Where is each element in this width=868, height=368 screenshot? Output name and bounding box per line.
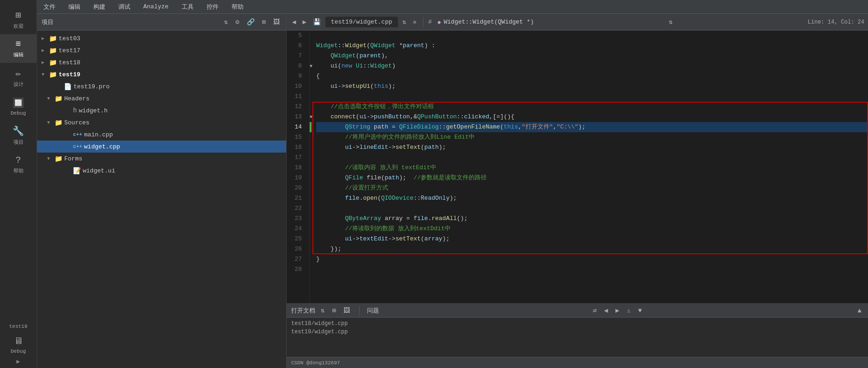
tree-item-widgetui[interactable]: ▶ 📝 widget.ui	[37, 165, 286, 177]
main-area: 文件 编辑 构建 调试 Analyze 工具 控件 帮助 项目 ⇅ ⚙ 🔗 ⊞ …	[37, 0, 868, 368]
tree-item-test03[interactable]: ▶ 📁 test03	[37, 32, 286, 44]
folder-icon-test17: 📁	[49, 47, 57, 55]
sep1	[423, 18, 423, 27]
bottom-filter-btn[interactable]: ▼	[636, 306, 643, 315]
line-number-12: 12	[287, 102, 306, 112]
nav-forward-btn[interactable]: ▶	[300, 17, 308, 27]
status-project-label: test19	[7, 322, 30, 331]
tree-item-sources[interactable]: ▼ 📁 Sources	[37, 117, 286, 129]
tree-label-maincpp: main.cpp	[84, 131, 113, 138]
line-number-10: 10	[287, 81, 306, 92]
bottom-warning-btn[interactable]: ⚠	[625, 306, 632, 315]
tree-item-test18[interactable]: ▶ 📁 test18	[37, 56, 286, 68]
tree-item-widgetcpp[interactable]: ▶ c++ widget.cpp	[37, 141, 286, 153]
grid-icon: ⊞	[15, 9, 21, 21]
tree-label-widgetcpp: widget.cpp	[84, 143, 120, 150]
folder-icon-headers: 📁	[55, 95, 62, 103]
sidebar-item-welcome[interactable]: ⊞ 欢迎	[0, 5, 37, 34]
tree-item-test17[interactable]: ▶ 📁 test17	[37, 44, 286, 56]
tree-item-maincpp[interactable]: ▶ c++ main.cpp	[37, 129, 286, 141]
tree-item-test19pro[interactable]: ▶ 📄 test19.pro	[37, 80, 286, 92]
design-icon: ✏	[15, 67, 21, 79]
close-btn[interactable]: ✕	[411, 17, 418, 27]
breadcrumb-dropdown[interactable]: ⇅	[667, 17, 674, 27]
help-icon: ?	[15, 155, 21, 166]
project-tree: ▶ 📁 test03 ▶ 📁 test17 ▶ 📁 test18	[37, 31, 286, 368]
code-line-10: ui->setupUi(this);	[316, 81, 868, 92]
menu-help[interactable]: 帮助	[229, 2, 246, 12]
line-number-27: 27	[287, 254, 306, 264]
tree-item-headers[interactable]: ▼ 📁 Headers	[37, 92, 286, 104]
code-editor[interactable]: 5678910111213141516171819202122232425262…	[287, 31, 868, 303]
code-line-8: ui(new Ui::Widget)	[316, 61, 868, 71]
bottom-collapse-btn[interactable]: ▲	[856, 306, 863, 315]
menu-debug[interactable]: 调试	[116, 2, 133, 12]
sidebar-item-project[interactable]: 🔧 项目	[0, 121, 37, 150]
arrow-icon-sources: ▼	[47, 120, 53, 125]
line-number-21: 21	[287, 193, 306, 203]
panel-filter-btn[interactable]: ⚙	[233, 17, 241, 27]
bottom-panel: 打开文档 ⇅ ⊞ 🖼 问题 ⇄ ◀ ▶ ⚠ ▼ ▲ t	[287, 303, 868, 368]
tree-item-test19[interactable]: ▼ 📁 test19	[37, 68, 286, 80]
breadcrumb-hash: #	[428, 18, 432, 25]
menu-build[interactable]: 构建	[91, 2, 108, 12]
menu-controls[interactable]: 控件	[204, 2, 221, 12]
bottom-nav-left[interactable]: ◀	[602, 306, 610, 315]
panel-sort-btn[interactable]: ⇅	[222, 17, 230, 27]
sidebar-item-help[interactable]: ? 帮助	[0, 150, 37, 179]
sidebar-item-debug-top[interactable]: 🔲 Debug	[0, 92, 37, 121]
code-content[interactable]: Widget::Widget(QWidget *parent) : QWidge…	[312, 31, 868, 303]
code-line-22	[316, 203, 868, 214]
arrow-icon-test03: ▶	[42, 36, 47, 41]
file-icon-cpp-main: c++	[73, 132, 82, 137]
line-number-17: 17	[287, 153, 306, 163]
bottom-issues-title: 问题	[367, 307, 379, 315]
menu-edit[interactable]: 编辑	[66, 2, 83, 12]
line-number-11: 11	[287, 92, 306, 102]
line-number-20: 20	[287, 183, 306, 193]
bottom-file-test19[interactable]: test19/widget.cpp	[291, 328, 863, 336]
code-line-25: ui->textEdit->setText(array);	[316, 234, 868, 244]
menu-analyze[interactable]: Analyze	[141, 2, 171, 11]
line-number-7: 7	[287, 51, 306, 61]
code-line-16: ui->lineEdit->setText(path);	[316, 142, 868, 153]
menu-tools[interactable]: 工具	[179, 2, 196, 12]
code-line-5	[316, 31, 868, 41]
bottom-sync-btn[interactable]: ⇄	[591, 306, 599, 315]
bottom-image-btn[interactable]: 🖼	[342, 306, 352, 315]
edit-icon: ≡	[15, 39, 21, 49]
sidebar-play-button[interactable]: ▶	[17, 359, 20, 368]
tree-item-forms[interactable]: ▼ 📁 Forms	[37, 153, 286, 165]
sidebar-item-design[interactable]: ✏ 设计	[0, 63, 37, 92]
tree-label-test19pro: test19.pro	[73, 83, 110, 90]
save-btn[interactable]: 💾	[311, 17, 323, 27]
code-line-18: //读取内容 放入到 textEdit中	[316, 163, 868, 173]
tree-item-widgeth[interactable]: ▶ h widget.h	[37, 104, 286, 117]
bottom-sort-btn[interactable]: ⇅	[319, 306, 326, 315]
code-line-14: QString path = QFileDialog::getOpenFileN…	[316, 122, 868, 132]
line-number-28: 28	[287, 264, 306, 275]
code-line-26: });	[316, 244, 868, 254]
bottom-add-btn[interactable]: ⊞	[330, 306, 337, 315]
line-number-16: 16	[287, 142, 306, 153]
dropdown-btn[interactable]: ⇅	[401, 17, 408, 27]
tree-label-sources: Sources	[64, 119, 90, 126]
nav-back-btn[interactable]: ◀	[290, 17, 298, 27]
bottom-nav-right[interactable]: ▶	[614, 306, 621, 315]
editor-tab[interactable]: test19/widget.cpp	[325, 17, 398, 27]
code-line-20: //设置打开方式	[316, 183, 868, 193]
panel-image-btn[interactable]: 🖼	[271, 18, 281, 27]
line-number-19: 19	[287, 173, 306, 183]
code-line-24: //将读取到的数据 放入到textDdit中	[316, 224, 868, 234]
line-number-8: 8	[287, 61, 306, 71]
menu-file[interactable]: 文件	[41, 2, 58, 12]
sidebar-item-edit[interactable]: ≡ 编辑	[0, 34, 37, 63]
line-number-15: 15	[287, 132, 306, 142]
sidebar-item-debug-bottom[interactable]: 🖥 Debug	[0, 331, 37, 359]
bottom-file-test18[interactable]: test18/widget.cpp	[291, 319, 863, 328]
line-number-25: 25	[287, 234, 306, 244]
code-line-7: QWidget(parent),	[316, 51, 868, 61]
panel-link-btn[interactable]: 🔗	[245, 17, 257, 27]
panel-add-btn[interactable]: ⊞	[260, 17, 268, 27]
code-line-27: }	[316, 254, 868, 264]
